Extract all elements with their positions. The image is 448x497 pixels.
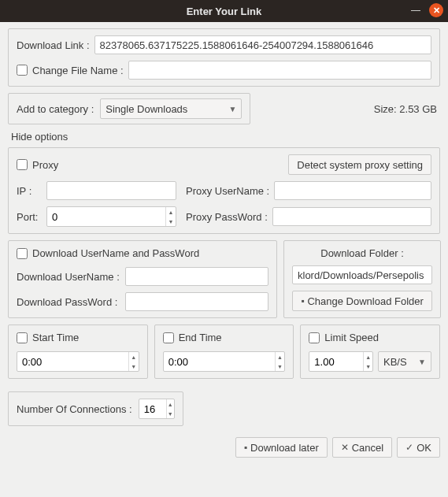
folder-group: Download Folder : ▪ Change Download Fold… — [283, 240, 441, 318]
auth-pass-input[interactable] — [125, 292, 268, 311]
auth-checkbox[interactable]: Download UserName and PassWord — [17, 247, 268, 259]
dialog-buttons: ▪ Download later ✕ Cancel ✓ OK — [0, 434, 448, 465]
spin-down-icon[interactable]: ▼ — [166, 217, 176, 226]
auth-user-input[interactable] — [125, 267, 268, 286]
change-filename-checkbox[interactable]: Change File Name : — [17, 65, 124, 76]
proxy-cb[interactable] — [17, 159, 28, 170]
proxy-ip-label: IP : — [17, 185, 42, 197]
proxy-port-spin[interactable]: ▲▼ — [46, 206, 176, 227]
folder-header: Download Folder : — [292, 247, 432, 259]
auth-user-label: Download UserName : — [17, 271, 120, 283]
start-time-group: Start Time ▲▼ — [8, 325, 148, 379]
change-folder-button[interactable]: ▪ Change Download Folder — [292, 291, 432, 311]
limit-unit-value: KB/S — [383, 356, 413, 368]
connections-spin[interactable]: ▲▼ — [139, 399, 175, 419]
auth-pass-label: Download PassWord : — [17, 296, 120, 308]
close-button[interactable]: ✕ — [429, 3, 443, 17]
download-link-label: Download Link : — [17, 39, 90, 51]
limit-speed-group: Limit Speed ▲▼ KB/S ▼ — [300, 325, 440, 379]
dialog-content: Download Link : Change File Name : Add t… — [0, 22, 448, 434]
link-group: Download Link : Change File Name : — [8, 28, 440, 87]
folder-path-input[interactable] — [292, 265, 432, 284]
size-label: Size: 2.53 GB — [255, 103, 440, 115]
limit-speed-spin[interactable]: ▲▼ — [309, 351, 373, 372]
window-title: Enter Your Link — [187, 6, 262, 17]
proxy-checkbox[interactable]: Proxy — [17, 159, 58, 171]
category-value: Single Downloads — [106, 103, 224, 115]
proxy-pass-label: Proxy PassWord : — [186, 211, 268, 223]
filename-input[interactable] — [128, 61, 431, 80]
stop-icon: ▪ — [244, 442, 247, 453]
spin-up-icon[interactable]: ▲ — [276, 352, 285, 362]
proxy-label: Proxy — [32, 159, 58, 171]
download-later-button[interactable]: ▪ Download later — [235, 437, 328, 458]
start-time-checkbox[interactable]: Start Time — [17, 332, 139, 343]
category-label: Add to category : — [17, 103, 94, 115]
proxy-port-label: Port: — [17, 211, 42, 223]
spin-up-icon[interactable]: ▲ — [364, 352, 372, 362]
spin-down-icon[interactable]: ▼ — [276, 362, 285, 371]
auth-cb[interactable] — [17, 248, 28, 259]
hide-options-toggle[interactable]: Hide options — [11, 131, 440, 143]
end-time-label: End Time — [179, 332, 222, 343]
proxy-ip-input[interactable] — [46, 181, 176, 200]
minimize-button[interactable]: — — [409, 3, 423, 17]
end-time-cb[interactable] — [163, 332, 174, 343]
connections-label: Number Of Connections : — [17, 403, 132, 415]
spin-down-icon[interactable]: ▼ — [364, 362, 372, 371]
spin-down-icon[interactable]: ▼ — [167, 409, 174, 418]
detect-proxy-button[interactable]: Detect system proxy setting — [288, 154, 431, 175]
ok-button[interactable]: ✓ OK — [397, 437, 440, 458]
proxy-user-label: Proxy UserName : — [186, 185, 269, 197]
change-filename-label: Change File Name : — [32, 65, 124, 76]
spin-down-icon[interactable]: ▼ — [129, 362, 139, 371]
proxy-user-input[interactable] — [274, 181, 431, 200]
end-time-input[interactable] — [164, 352, 275, 371]
spin-up-icon[interactable]: ▲ — [167, 399, 174, 409]
download-link-input[interactable] — [94, 35, 432, 54]
spin-up-icon[interactable]: ▲ — [166, 207, 176, 217]
check-icon: ✓ — [405, 442, 413, 453]
x-icon: ✕ — [341, 442, 349, 453]
cancel-button[interactable]: ✕ Cancel — [332, 437, 392, 458]
proxy-port-input[interactable] — [47, 207, 165, 226]
titlebar: Enter Your Link — ✕ — [0, 0, 448, 22]
chevron-down-icon: ▼ — [418, 358, 426, 366]
connections-input[interactable] — [139, 399, 166, 418]
limit-speed-label: Limit Speed — [324, 332, 379, 343]
limit-speed-input[interactable] — [309, 352, 363, 371]
start-time-input[interactable] — [17, 352, 128, 371]
auth-label: Download UserName and PassWord — [32, 247, 199, 259]
proxy-pass-input[interactable] — [272, 207, 431, 226]
start-time-cb[interactable] — [17, 332, 28, 343]
connections-group: Number Of Connections : ▲▼ — [8, 391, 183, 426]
chevron-down-icon: ▼ — [228, 105, 236, 113]
limit-unit-select[interactable]: KB/S ▼ — [378, 351, 431, 372]
auth-group: Download UserName and PassWord Download … — [8, 240, 277, 318]
limit-speed-checkbox[interactable]: Limit Speed — [309, 332, 431, 343]
folder-icon: ▪ — [301, 295, 304, 306]
start-time-spin[interactable]: ▲▼ — [17, 351, 139, 372]
spin-up-icon[interactable]: ▲ — [129, 352, 139, 362]
change-filename-cb[interactable] — [17, 65, 28, 76]
end-time-checkbox[interactable]: End Time — [163, 332, 286, 343]
end-time-group: End Time ▲▼ — [154, 325, 294, 379]
category-select[interactable]: Single Downloads ▼ — [100, 98, 242, 119]
start-time-label: Start Time — [32, 332, 79, 343]
end-time-spin[interactable]: ▲▼ — [163, 351, 286, 372]
window-controls: — ✕ — [409, 3, 443, 17]
limit-speed-cb[interactable] — [309, 332, 320, 343]
proxy-group: Proxy Detect system proxy setting IP : P… — [8, 147, 440, 234]
